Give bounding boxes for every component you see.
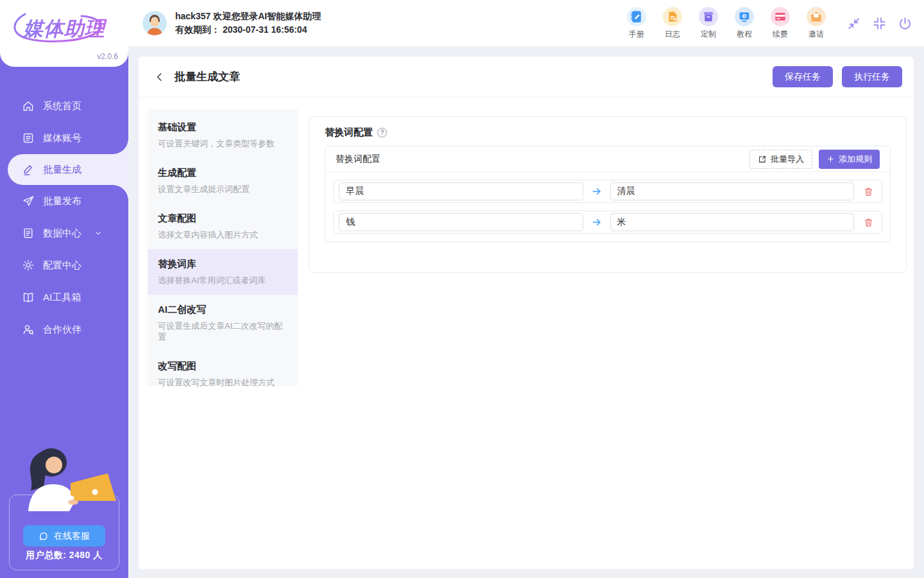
save-task-button[interactable]: 保存任务 xyxy=(773,66,833,87)
welcome-text: hack357 欢迎您登录AI智能媒体助理 xyxy=(175,10,321,23)
quick-link[interactable]: 邀请 xyxy=(805,7,827,40)
home-icon xyxy=(22,100,35,112)
replace-words-panel: 替换词配置 ? 替换词配置 批量导入 添加规则 xyxy=(309,116,907,273)
help-icon[interactable]: ? xyxy=(377,128,387,137)
rule-row xyxy=(333,211,882,234)
quick-link-label: 定制 xyxy=(701,29,716,40)
quick-link-label: 邀请 xyxy=(809,29,824,40)
shrink-icon[interactable] xyxy=(846,16,861,31)
sidebar: 媒体助理 v2.0.6 系统首页 媒体账号 批量生成 xyxy=(0,0,128,578)
step-desc: 选择替换AI常用词汇或者词库 xyxy=(158,275,287,286)
avatar xyxy=(142,11,167,35)
power-icon[interactable] xyxy=(898,16,912,31)
manual-icon xyxy=(627,7,646,26)
step-desc: 设置文章生成提示词配置 xyxy=(158,184,287,195)
step-title: AI二创改写 xyxy=(158,304,287,316)
rule-from-input[interactable] xyxy=(339,213,583,231)
step-item[interactable]: AI二创改写 可设置生成后文章AI二次改写的配置 xyxy=(148,295,298,351)
sidebar-nav: 系统首页 媒体账号 批量生成 批量发布 xyxy=(0,90,128,346)
logo-text: 媒体助理 xyxy=(0,15,128,42)
page-title: 批量生成文章 xyxy=(175,69,240,84)
chat-icon xyxy=(38,531,49,541)
ai-toolbox-icon xyxy=(22,291,35,304)
sidebar-item-label: 合作伙伴 xyxy=(43,324,81,336)
step-title: 基础设置 xyxy=(158,121,287,134)
online-support-button[interactable]: 在线客服 xyxy=(23,525,105,547)
sidebar-item[interactable]: 系统首页 xyxy=(0,90,128,122)
sidebar-item[interactable]: 配置中心 xyxy=(0,249,128,281)
quick-link[interactable]: 日志 xyxy=(662,7,683,40)
sidebar-item[interactable]: 批量发布 xyxy=(0,185,128,217)
top-header: hack357 欢迎您登录AI智能媒体助理 有效期到： 2030-07-31 1… xyxy=(128,0,924,46)
step-item[interactable]: 改写配图 可设置改写文章时图片处理方式 xyxy=(148,351,298,397)
quick-link[interactable]: 定制 xyxy=(697,7,719,40)
step-item[interactable]: 文章配图 选择文章内容插入图片方式 xyxy=(148,204,298,249)
user-total: 用户总数: 2480 人 xyxy=(10,550,119,561)
import-icon xyxy=(758,155,767,164)
sidebar-item[interactable]: 合作伙伴 xyxy=(0,313,128,346)
generation-steps-menu: 基础设置 可设置关键词，文章类型等参数 生成配置 设置文章生成提示词配置 文章配… xyxy=(148,109,298,386)
step-title: 改写配图 xyxy=(158,360,287,372)
step-desc: 可设置生成后文章AI二次改写的配置 xyxy=(158,320,287,342)
log-icon xyxy=(663,7,682,26)
rule-to-input[interactable] xyxy=(610,213,855,231)
step-title: 文章配图 xyxy=(158,213,287,225)
rules-list xyxy=(325,172,890,241)
quick-link-label: 日志 xyxy=(665,29,680,40)
add-rule-button[interactable]: 添加规则 xyxy=(819,150,880,169)
expiry-text: 有效期到： 2030-07-31 16:56:04 xyxy=(175,23,321,37)
trash-icon xyxy=(863,217,874,228)
sidebar-item[interactable]: 媒体账号 xyxy=(0,122,128,154)
quick-link[interactable]: 续费 xyxy=(769,7,791,40)
arrow-right-icon xyxy=(591,186,603,197)
batch-import-button[interactable]: 批量导入 xyxy=(749,150,812,169)
step-item[interactable]: 生成配置 设置文章生成提示词配置 xyxy=(148,158,298,204)
sidebar-item[interactable]: 数据中心 xyxy=(0,217,128,249)
config-center-icon xyxy=(22,259,35,272)
page-header: 批量生成文章 保存任务 执行任务 xyxy=(139,57,914,98)
delete-rule-button[interactable] xyxy=(862,185,875,198)
step-desc: 选择文章内容插入图片方式 xyxy=(158,229,287,240)
app-logo: 媒体助理 v2.0.6 xyxy=(0,0,128,67)
window-controls xyxy=(846,16,912,31)
step-desc: 可设置关键词，文章类型等参数 xyxy=(158,138,287,149)
rules-card-title: 替换词配置 xyxy=(336,153,381,165)
plus-icon xyxy=(826,155,835,163)
media-account-icon xyxy=(22,132,35,144)
back-button[interactable] xyxy=(153,70,167,84)
app-version: v2.0.6 xyxy=(97,52,118,61)
data-center-icon xyxy=(22,227,35,240)
quick-link[interactable]: 手册 xyxy=(626,7,647,40)
sidebar-item-label: 批量发布 xyxy=(43,195,81,207)
rule-to-input[interactable] xyxy=(610,182,855,200)
sidebar-item-label: 批量生成 xyxy=(43,164,81,176)
delete-rule-button[interactable] xyxy=(862,216,875,229)
step-title: 替换词库 xyxy=(158,258,287,270)
tutorial-icon xyxy=(735,7,754,26)
sidebar-item[interactable]: 批量生成 xyxy=(8,154,128,185)
back-icon xyxy=(154,71,166,83)
partner-icon xyxy=(22,323,35,336)
run-task-button[interactable]: 执行任务 xyxy=(842,66,902,87)
quick-link[interactable]: 教程 xyxy=(733,7,755,40)
sidebar-item-label: 配置中心 xyxy=(43,259,81,272)
arrow-right-icon xyxy=(591,216,603,228)
step-item[interactable]: 替换词库 选择替换AI常用词汇或者词库 xyxy=(148,249,298,295)
batch-generate-icon xyxy=(22,163,35,176)
add-rule-label: 添加规则 xyxy=(839,153,872,165)
rule-from-input[interactable] xyxy=(339,182,583,200)
renew-icon xyxy=(771,7,790,26)
batch-publish-icon xyxy=(22,195,35,207)
rule-row xyxy=(333,180,882,203)
sidebar-item-label: 系统首页 xyxy=(43,100,81,112)
main-content-card: 批量生成文章 保存任务 执行任务 基础设置 可设置关键词，文章类型等参数 生成配… xyxy=(139,57,914,569)
compress-icon[interactable] xyxy=(872,16,887,31)
support-illustration xyxy=(9,446,119,516)
quick-link-label: 续费 xyxy=(773,29,788,40)
sidebar-item-label: 数据中心 xyxy=(43,227,81,240)
step-item[interactable]: 基础设置 可设置关键词，文章类型等参数 xyxy=(148,112,298,158)
rules-card: 替换词配置 批量导入 添加规则 xyxy=(325,146,891,242)
sidebar-item[interactable]: AI工具箱 xyxy=(0,281,128,313)
trash-icon xyxy=(863,186,874,197)
step-title: 生成配置 xyxy=(158,167,287,179)
